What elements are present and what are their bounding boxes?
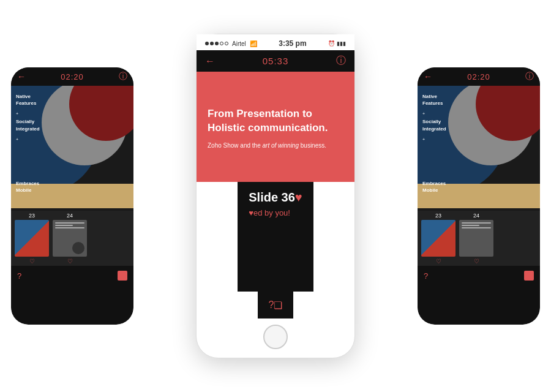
right-thumb-num-24: 24 — [473, 213, 479, 219]
left-thumb-img-23 — [15, 220, 49, 257]
right-back-icon[interactable]: ← — [424, 72, 432, 81]
center-back-icon[interactable]: ← — [205, 56, 215, 67]
left-thumb-23: 23 ♡ — [15, 213, 49, 265]
signal-dot-4 — [220, 42, 223, 45]
right-thumb-img-23 — [421, 220, 455, 257]
right-features-label: Features — [422, 100, 443, 106]
right-bottom-bar: ? — [418, 266, 540, 285]
left-copy-btn[interactable] — [118, 271, 127, 281]
left-top-bar: ← 02:20 ⓘ — [11, 67, 133, 86]
center-slide-title-row: Slide 36 ♥ — [249, 190, 302, 205]
center-slide-heading: From Presentation to Holistic communicat… — [208, 107, 343, 134]
right-thumb-24: 24 ♡ — [459, 213, 493, 265]
center-timer: 05:33 — [263, 56, 289, 66]
right-thumb-heart-23[interactable]: ♡ — [436, 258, 441, 265]
right-thumb-heart-24[interactable]: ♡ — [474, 258, 479, 265]
center-slide-title: Slide 36 — [249, 190, 295, 205]
left-plus2: + — [16, 137, 18, 141]
right-copy-btn[interactable] — [524, 271, 534, 281]
right-thumb-num-23: 23 — [435, 213, 441, 219]
right-thumb-23: 23 ♡ — [421, 213, 455, 265]
left-socially-label: Socially — [16, 119, 34, 124]
center-info-area: Slide 36 ♥ ♥ed by you! — [238, 182, 313, 292]
phone-left: ← 02:20 ⓘ — [11, 67, 133, 325]
right-plus1: + — [422, 111, 425, 116]
center-status-bar: Airtel 📶 3:35 pm ⏰ ▮▮▮ — [197, 34, 354, 50]
right-slide-thumbs: 23 ♡ 24 ♡ — [418, 211, 540, 266]
left-plus1: + — [16, 111, 18, 116]
signal-dot-5 — [225, 42, 228, 45]
left-thumb-img-24 — [53, 220, 87, 257]
left-slide-thumbs: 23 ♡ 24 ♡ — [11, 211, 133, 266]
phones-row: ← 02:20 ⓘ — [0, 0, 551, 392]
right-plus2: + — [422, 137, 425, 141]
center-battery-icon: ▮▮▮ — [337, 40, 346, 47]
right-top-bar: ← 02:20 ⓘ — [418, 67, 540, 86]
right-info-icon[interactable]: ⓘ — [525, 71, 534, 82]
center-home-btn[interactable] — [263, 325, 288, 349]
center-alarm-icon: ⏰ — [328, 40, 335, 47]
center-status-icons: ⏰ ▮▮▮ — [328, 40, 346, 47]
left-bottom-bar: ? — [11, 266, 133, 285]
center-liked-heart: ♥ — [249, 208, 253, 217]
left-features-label: Features — [16, 100, 36, 106]
center-heart-btn[interactable]: ♥ — [295, 190, 302, 205]
signal-dot-3 — [215, 42, 219, 45]
right-slide-content: Native Features + Socially Integrated + — [418, 86, 540, 211]
left-help-icon[interactable]: ? — [17, 271, 21, 281]
center-home-btn-wrap — [263, 318, 288, 358]
left-back-icon[interactable]: ← — [17, 72, 26, 81]
center-info-icon[interactable]: ⓘ — [336, 55, 346, 67]
center-time: 3:35 pm — [279, 39, 306, 48]
right-circle-chart: Native Features + Socially Integrated + — [418, 86, 540, 211]
center-copy-icon[interactable]: ❏ — [274, 300, 282, 311]
right-socially-label: Socially — [422, 119, 441, 124]
left-thumb-num-24: 24 — [67, 213, 73, 219]
right-thumb-img-24 — [459, 220, 493, 257]
left-thumb-heart-24[interactable]: ♡ — [67, 258, 73, 265]
right-timer: 02:20 — [467, 72, 490, 81]
center-liked-text: ♥ed by you! — [249, 208, 302, 217]
right-mobile-label: Mobile — [422, 187, 438, 193]
center-wifi-icon: 📶 — [250, 40, 257, 47]
left-native-label: Native — [16, 94, 31, 99]
center-signal-area: Airtel 📶 — [205, 40, 257, 47]
left-thumb-heart-23[interactable]: ♡ — [29, 258, 35, 265]
left-slide-content: Native Features + Socially Integrated + — [11, 86, 133, 211]
left-mobile-label: Mobile — [16, 187, 31, 193]
signal-dot-1 — [205, 42, 209, 45]
right-embraces-label: Embraces — [422, 181, 446, 186]
left-embraces-label: Embraces — [16, 181, 39, 186]
center-slide-subtext: Zoho Show and the art of winning busines… — [208, 142, 343, 149]
left-timer: 02:20 — [61, 72, 84, 81]
right-integrated-label: Integrated — [422, 126, 446, 132]
center-help-icon[interactable]: ? — [269, 300, 274, 311]
right-native-label: Native — [422, 94, 437, 99]
left-info-icon[interactable]: ⓘ — [119, 71, 127, 82]
center-top-bar: ← 05:33 ⓘ — [197, 50, 354, 72]
center-slide-red: From Presentation to Holistic communicat… — [197, 72, 354, 182]
left-integrated-label: Integrated — [16, 126, 40, 132]
center-liked-label: ed by you! — [253, 208, 290, 217]
right-help-icon[interactable]: ? — [424, 271, 428, 281]
phone-right: ← 02:20 ⓘ Native Features — [418, 67, 540, 325]
center-carrier: Airtel — [232, 40, 246, 47]
scene: ← 02:20 ⓘ — [0, 0, 551, 392]
left-thumb-num-23: 23 — [29, 213, 35, 219]
left-circle-chart: Native Features + Socially Integrated + — [11, 86, 133, 211]
phone-center: Airtel 📶 3:35 pm ⏰ ▮▮▮ ← 05:33 ⓘ From Pr… — [196, 34, 355, 358]
signal-dot-2 — [210, 42, 214, 45]
center-bottom-bar: ? ❏ — [258, 292, 294, 318]
left-thumb-24: 24 ♡ — [53, 213, 87, 265]
